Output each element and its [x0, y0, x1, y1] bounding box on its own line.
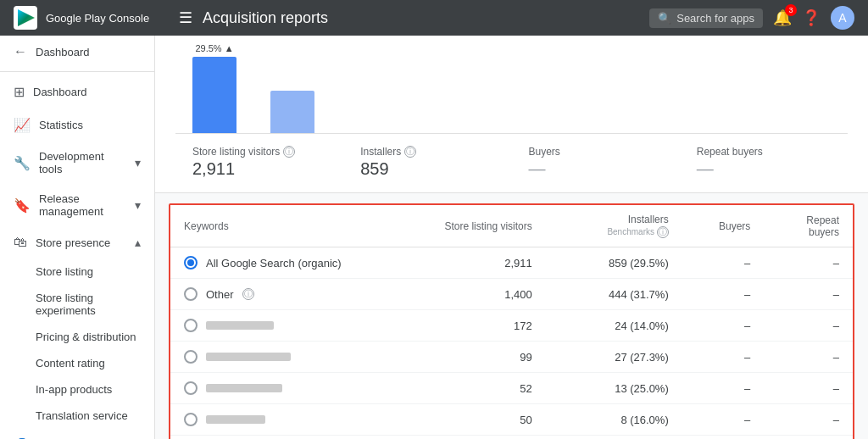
keyword-cell — [184, 413, 396, 426]
cell-buyers: – — [682, 247, 765, 279]
cell-buyers: – — [682, 279, 765, 310]
cell-buyers: – — [682, 404, 765, 436]
sidebar-label-release-mgmt: Release management — [39, 192, 126, 218]
top-header: Google Play Console ☰ Acquisition report… — [0, 0, 868, 36]
store-listing-exp-label: Store listing experiments — [36, 292, 141, 317]
sidebar-item-translation[interactable]: Translation service — [36, 403, 154, 429]
cell-visitors: 1,400 — [409, 279, 546, 310]
cell-visitors: 50 — [409, 404, 546, 436]
back-icon: ← — [14, 44, 27, 59]
sidebar-item-user-acquisition[interactable]: 👤 User acquisition ▴ — [0, 429, 154, 439]
cell-installers: 859 (29.5%) — [546, 247, 682, 279]
table-row[interactable]: 508 (16.0%)–– — [170, 404, 853, 436]
cell-visitors: 52 — [409, 373, 546, 404]
sidebar-label-store-presence: Store presence — [36, 236, 110, 249]
sidebar-item-back[interactable]: ← Dashboard — [0, 36, 154, 68]
sidebar-item-release-mgmt[interactable]: 🔖 Release management ▾ — [0, 184, 154, 226]
blurred-keyword — [206, 384, 282, 392]
bar-label-1: 29.5% ▲ — [195, 43, 233, 53]
bar-group-1: 29.5% ▲ — [192, 43, 236, 133]
chart-area: 29.5% ▲ Store listing visitors ⓘ 2,911 — [155, 36, 868, 193]
cell-repeat: – — [764, 436, 853, 440]
sidebar-divider-1 — [0, 71, 154, 72]
stat-value-installers: 859 — [360, 159, 494, 179]
keyword-cell: Otherⓘ — [184, 287, 396, 301]
sidebar-item-statistics[interactable]: 📈 Statistics — [0, 108, 154, 142]
cell-visitors: 45 — [409, 436, 546, 440]
table-row[interactable]: 17224 (14.0%)–– — [170, 310, 853, 342]
blurred-keyword — [206, 321, 274, 330]
notification-bell[interactable]: 🔔 3 — [773, 8, 792, 27]
sidebar-item-store-listing-exp[interactable]: Store listing experiments — [36, 285, 154, 324]
app-title: Google Play Console — [46, 12, 149, 25]
row-radio[interactable] — [184, 350, 198, 364]
cell-repeat: – — [764, 310, 853, 342]
dev-tools-icon: 🔧 — [14, 155, 31, 171]
avatar[interactable]: A — [831, 6, 854, 30]
keyword-info-icon[interactable]: ⓘ — [242, 288, 254, 300]
search-bar[interactable]: 🔍 Search for apps — [649, 8, 763, 28]
cell-buyers: – — [682, 373, 765, 404]
row-radio[interactable] — [184, 287, 198, 301]
keyword-cell — [184, 350, 396, 364]
table-row[interactable]: All Google Search (organic)2,911859 (29.… — [170, 247, 853, 279]
cell-buyers: – — [682, 342, 765, 373]
info-icon-installers[interactable]: ⓘ — [404, 146, 416, 158]
cell-repeat: – — [764, 342, 853, 373]
keyword-text: All Google Search (organic) — [206, 257, 342, 270]
sidebar-item-store-listing[interactable]: Store listing — [36, 258, 154, 285]
cell-repeat: – — [764, 404, 853, 436]
help-icon[interactable]: ❓ — [802, 8, 821, 27]
sidebar-item-pricing[interactable]: Pricing & distribution — [36, 324, 154, 350]
cell-repeat: – — [764, 279, 853, 310]
table-row[interactable]: 453 (6.7%)–– — [170, 436, 853, 440]
cell-buyers: – — [682, 310, 765, 342]
app-branding: Google Play Console — [14, 6, 169, 30]
back-label: Dashboard — [36, 46, 90, 58]
search-icon: 🔍 — [658, 12, 671, 25]
row-radio[interactable] — [184, 381, 198, 395]
content-rating-label: Content rating — [36, 357, 105, 370]
row-radio[interactable] — [184, 256, 198, 270]
row-radio[interactable] — [184, 413, 198, 426]
sidebar-item-dev-tools[interactable]: 🔧 Development tools ▾ — [0, 142, 154, 184]
keyword-text: Other — [206, 288, 234, 301]
table-row[interactable]: 5213 (25.0%)–– — [170, 373, 853, 404]
sidebar-item-in-app[interactable]: In-app products — [36, 376, 154, 403]
store-presence-submenu: Store listing Store listing experiments … — [0, 258, 154, 429]
stat-value-repeat: — — [697, 159, 831, 179]
stat-repeat-buyers: Repeat buyers — — [680, 142, 848, 182]
main-layout: ← Dashboard ⊞ Dashboard 📈 Statistics 🔧 D… — [0, 36, 868, 439]
page-title: Acquisition reports — [203, 9, 639, 27]
header-actions: 🔍 Search for apps 🔔 3 ❓ A — [649, 6, 854, 30]
notification-badge: 3 — [785, 4, 797, 16]
menu-icon[interactable]: ☰ — [179, 8, 192, 27]
table-row[interactable]: 9927 (27.3%)–– — [170, 342, 853, 373]
sidebar-item-content-rating[interactable]: Content rating — [36, 350, 154, 376]
cell-installers: 24 (14.0%) — [546, 310, 682, 342]
stat-value-buyers: — — [529, 159, 663, 179]
content-area: 29.5% ▲ Store listing visitors ⓘ 2,911 — [155, 36, 868, 439]
sidebar-item-dashboard[interactable]: ⊞ Dashboard — [0, 75, 154, 108]
header-row: Keywords Store listing visitors Installe… — [170, 205, 853, 247]
release-icon: 🔖 — [14, 197, 31, 214]
store-icon: 🛍 — [14, 235, 27, 250]
cell-installers: 13 (25.0%) — [546, 373, 682, 404]
table-row[interactable]: Otherⓘ1,400444 (31.7%)–– — [170, 279, 853, 310]
cell-repeat: – — [764, 373, 853, 404]
col-header-buyers: Buyers — [682, 205, 765, 247]
row-radio[interactable] — [184, 319, 198, 332]
stat-value-visitors: 2,911 — [192, 159, 326, 179]
search-label: Search for apps — [676, 12, 754, 25]
blurred-keyword — [206, 353, 291, 361]
sidebar-item-store-presence[interactable]: 🛍 Store presence ▴ — [0, 226, 154, 258]
stat-label-installers: Installers ⓘ — [360, 146, 494, 158]
blurred-keyword — [206, 415, 265, 424]
sidebar-label-dashboard: Dashboard — [33, 86, 87, 98]
bar-2 — [270, 91, 314, 133]
pricing-label: Pricing & distribution — [36, 331, 136, 343]
sidebar-label-dev-tools: Development tools — [39, 150, 126, 175]
info-icon-visitors[interactable]: ⓘ — [283, 146, 295, 158]
sidebar: ← Dashboard ⊞ Dashboard 📈 Statistics 🔧 D… — [0, 36, 155, 439]
stat-buyers: Buyers — — [512, 142, 680, 182]
